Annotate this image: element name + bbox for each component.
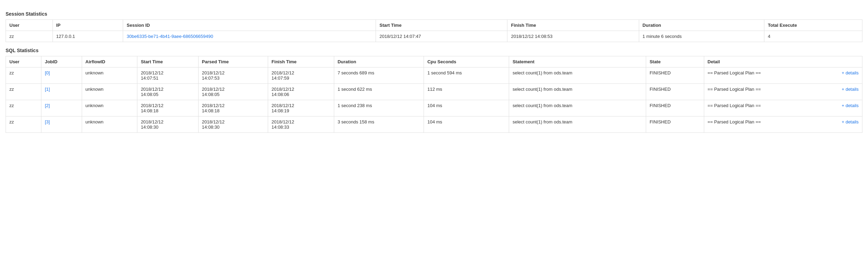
sql-cell-job-id[interactable]: [0] [41, 67, 82, 84]
sql-cell-finish-time: 2018/12/1214:08:19 [268, 100, 334, 116]
detail-text: == Parsed Logical Plan == [708, 103, 761, 108]
sql-cell-state: FINISHED [646, 84, 704, 100]
sql-col-user: User [6, 56, 41, 67]
session-table-header-row: User IP Session ID Start Time Finish Tim… [6, 20, 862, 31]
session-col-duration: Duration [639, 20, 764, 31]
sql-table-row: zz [0] unknown 2018/12/1214:07:51 2018/1… [6, 67, 862, 84]
sql-cell-duration: 7 seconds 689 ms [334, 67, 424, 84]
details-link[interactable]: + details [842, 119, 859, 124]
sql-cell-start-time: 2018/12/1214:08:30 [137, 116, 198, 133]
sql-col-cpu-seconds: Cpu Seconds [424, 56, 509, 67]
session-statistics-title: Session Statistics [6, 11, 862, 17]
sql-cell-finish-time: 2018/12/1214:08:33 [268, 116, 334, 133]
session-table-row: zz 127.0.0.1 30be6335-be71-4b41-9aee-686… [6, 31, 862, 42]
job-id-link[interactable]: [2] [45, 103, 50, 108]
sql-col-detail: Detail [704, 56, 862, 67]
session-cell-duration: 1 minute 6 seconds [639, 31, 764, 42]
sql-cell-user: zz [6, 100, 41, 116]
sql-cell-airflow-id: unknown [82, 84, 137, 100]
sql-cell-user: zz [6, 67, 41, 84]
session-col-ip: IP [53, 20, 123, 31]
sql-col-state: State [646, 56, 704, 67]
sql-cell-user: zz [6, 84, 41, 100]
session-statistics-table: User IP Session ID Start Time Finish Tim… [6, 19, 862, 42]
sql-cell-parsed-time: 2018/12/1214:08:30 [198, 116, 268, 133]
sql-cell-cpu-seconds: 1 second 594 ms [424, 67, 509, 84]
sql-cell-airflow-id: unknown [82, 67, 137, 84]
sql-cell-detail[interactable]: == Parsed Logical Plan == + details [704, 67, 862, 84]
job-id-link[interactable]: [3] [45, 119, 50, 124]
sql-statistics-section: SQL Statistics User JobID AirflowID Star… [6, 48, 862, 133]
sql-cell-statement: select count(1) from ods.team [509, 67, 646, 84]
sql-statistics-title: SQL Statistics [6, 48, 862, 53]
session-col-finish-time: Finish Time [507, 20, 639, 31]
session-cell-finish-time: 2018/12/12 14:08:53 [507, 31, 639, 42]
detail-text: == Parsed Logical Plan == [708, 87, 761, 92]
session-cell-total-execute: 4 [764, 31, 862, 42]
sql-cell-state: FINISHED [646, 67, 704, 84]
session-col-user: User [6, 20, 53, 31]
sql-cell-statement: select count(1) from ods.team [509, 84, 646, 100]
sql-cell-parsed-time: 2018/12/1214:08:18 [198, 100, 268, 116]
sql-cell-statement: select count(1) from ods.team [509, 100, 646, 116]
sql-table-row: zz [1] unknown 2018/12/1214:08:05 2018/1… [6, 84, 862, 100]
sql-cell-state: FINISHED [646, 116, 704, 133]
sql-cell-start-time: 2018/12/1214:08:18 [137, 100, 198, 116]
session-col-session-id: Session ID [123, 20, 376, 31]
sql-col-finish-time: Finish Time [268, 56, 334, 67]
sql-cell-duration: 1 second 622 ms [334, 84, 424, 100]
sql-cell-start-time: 2018/12/1214:07:51 [137, 67, 198, 84]
sql-col-parsed-time: Parsed Time [198, 56, 268, 67]
session-id-link[interactable]: 30be6335-be71-4b41-9aee-686506659490 [127, 34, 213, 39]
sql-statistics-table: User JobID AirflowID Start Time Parsed T… [6, 56, 862, 133]
session-cell-ip: 127.0.0.1 [53, 31, 123, 42]
session-cell-session-id[interactable]: 30be6335-be71-4b41-9aee-686506659490 [123, 31, 376, 42]
detail-text: == Parsed Logical Plan == [708, 70, 761, 75]
sql-table-row: zz [2] unknown 2018/12/1214:08:18 2018/1… [6, 100, 862, 116]
sql-col-airflow-id: AirflowID [82, 56, 137, 67]
sql-cell-job-id[interactable]: [1] [41, 84, 82, 100]
sql-cell-state: FINISHED [646, 100, 704, 116]
details-link[interactable]: + details [842, 87, 859, 92]
sql-cell-parsed-time: 2018/12/1214:07:53 [198, 67, 268, 84]
sql-cell-start-time: 2018/12/1214:08:05 [137, 84, 198, 100]
sql-cell-parsed-time: 2018/12/1214:08:05 [198, 84, 268, 100]
sql-cell-airflow-id: unknown [82, 116, 137, 133]
sql-cell-detail[interactable]: == Parsed Logical Plan == + details [704, 84, 862, 100]
sql-cell-airflow-id: unknown [82, 100, 137, 116]
sql-cell-cpu-seconds: 104 ms [424, 100, 509, 116]
sql-cell-job-id[interactable]: [2] [41, 100, 82, 116]
sql-table-header-row: User JobID AirflowID Start Time Parsed T… [6, 56, 862, 67]
sql-cell-cpu-seconds: 104 ms [424, 116, 509, 133]
details-link[interactable]: + details [842, 70, 859, 75]
sql-cell-duration: 3 seconds 158 ms [334, 116, 424, 133]
sql-cell-detail[interactable]: == Parsed Logical Plan == + details [704, 100, 862, 116]
session-statistics-section: Session Statistics User IP Session ID St… [6, 11, 862, 42]
session-cell-user: zz [6, 31, 53, 42]
sql-cell-cpu-seconds: 112 ms [424, 84, 509, 100]
job-id-link[interactable]: [0] [45, 70, 50, 75]
sql-cell-detail[interactable]: == Parsed Logical Plan == + details [704, 116, 862, 133]
sql-col-statement: Statement [509, 56, 646, 67]
sql-table-row: zz [3] unknown 2018/12/1214:08:30 2018/1… [6, 116, 862, 133]
sql-cell-duration: 1 second 238 ms [334, 100, 424, 116]
sql-col-duration: Duration [334, 56, 424, 67]
sql-cell-finish-time: 2018/12/1214:07:59 [268, 67, 334, 84]
job-id-link[interactable]: [1] [45, 87, 50, 92]
details-link[interactable]: + details [842, 103, 859, 108]
sql-col-job-id: JobID [41, 56, 82, 67]
sql-col-start-time: Start Time [137, 56, 198, 67]
sql-cell-job-id[interactable]: [3] [41, 116, 82, 133]
sql-cell-finish-time: 2018/12/1214:08:06 [268, 84, 334, 100]
session-col-start-time: Start Time [376, 20, 507, 31]
detail-text: == Parsed Logical Plan == [708, 119, 761, 124]
session-cell-start-time: 2018/12/12 14:07:47 [376, 31, 507, 42]
session-col-total-execute: Total Execute [764, 20, 862, 31]
sql-cell-statement: select count(1) from ods.team [509, 116, 646, 133]
sql-cell-user: zz [6, 116, 41, 133]
